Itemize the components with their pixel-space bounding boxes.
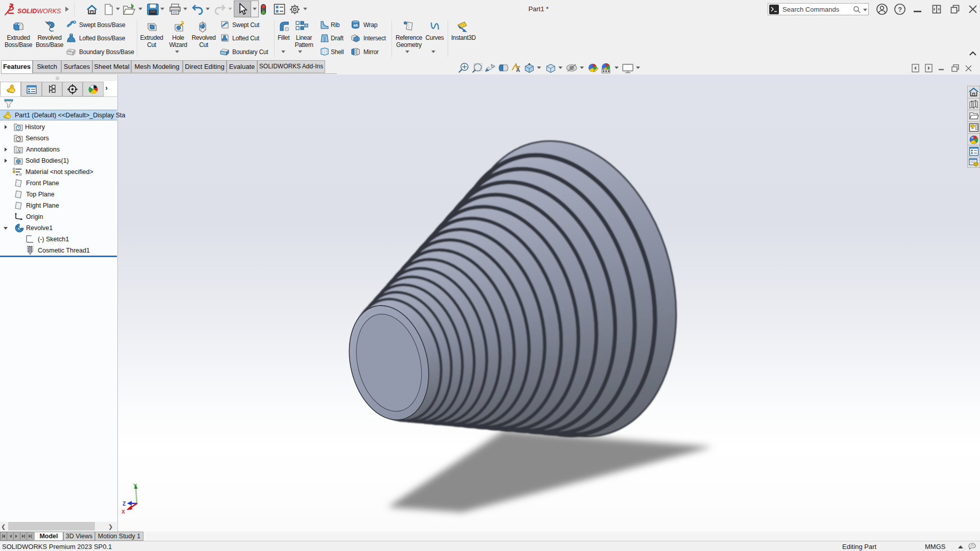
svg-text:Y: Y: [133, 483, 137, 489]
svg-text:X: X: [121, 509, 125, 515]
svg-text:SOLIDWORKS: SOLIDWORKS: [17, 8, 61, 15]
svg-text:A: A: [17, 148, 20, 153]
svg-text:?: ?: [898, 6, 902, 13]
svg-text:ab: ab: [354, 23, 358, 28]
svg-text:Z: Z: [122, 500, 126, 507]
svg-text:A: A: [516, 67, 520, 73]
